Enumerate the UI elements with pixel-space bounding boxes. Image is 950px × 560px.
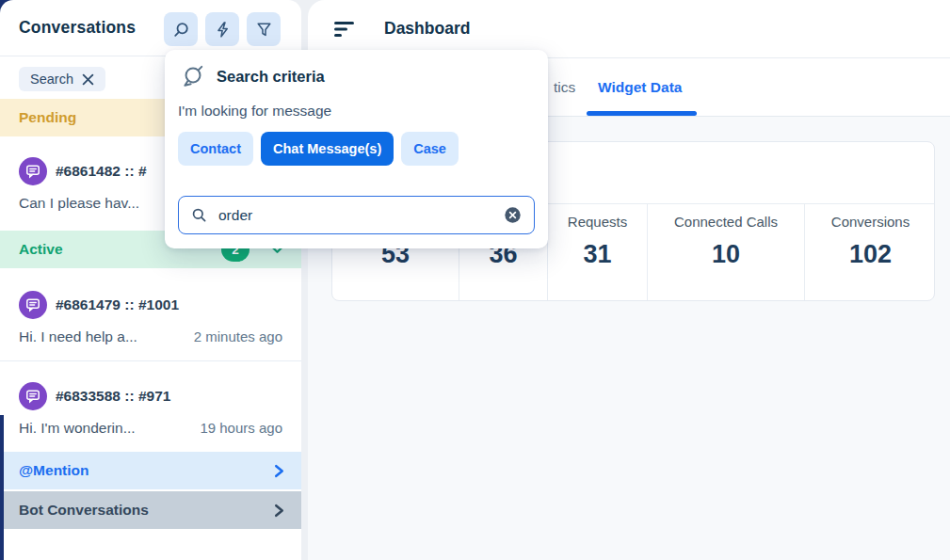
conversation-preview: Can I please hav... (19, 195, 139, 212)
filter-pill-contact[interactable]: Contact (178, 132, 253, 166)
stat-value: 102 (849, 240, 892, 269)
app-edge-accent (0, 415, 4, 560)
lightning-icon (214, 21, 232, 39)
popup-prompt: I'm looking for message (178, 103, 535, 120)
sort-lines-icon[interactable] (334, 20, 357, 42)
stat-card-conversions: Conversions 102 (804, 204, 935, 300)
stat-value: 10 (712, 240, 740, 269)
search-filter-chip[interactable]: Search (19, 67, 105, 91)
conversations-toolbar (164, 12, 281, 46)
search-icon (172, 21, 190, 39)
filter-conversations-button[interactable] (247, 12, 281, 46)
stat-label: Connected Calls (674, 214, 778, 234)
search-conversations-button[interactable] (164, 12, 198, 46)
stat-value: 31 (583, 240, 611, 269)
tab-widget-data[interactable]: Widget Data (598, 58, 682, 116)
search-icon (191, 207, 207, 223)
conversation-avatar (19, 157, 47, 185)
conversation-item[interactable]: #6861479 :: #1001 Hi. I need help a... 2… (0, 268, 301, 361)
chevron-right-icon (274, 464, 284, 478)
filter-icon (255, 21, 273, 39)
filter-pill-chat-messages[interactable]: Chat Message(s) (261, 132, 394, 166)
app-window: Conversations (0, 0, 950, 560)
conversation-id: #6861479 :: #1001 (56, 296, 179, 313)
conversation-item[interactable]: #6833588 :: #971 Hi. I'm wonderin... 19 … (0, 361, 301, 452)
section-pending-label: Pending (19, 109, 76, 126)
conversations-title: Conversations (19, 18, 136, 38)
section-active-label: Active (19, 241, 63, 258)
stat-label: Requests (568, 214, 627, 234)
conversations-header: Conversations (0, 0, 301, 56)
stat-card-connected-calls: Connected Calls 10 (647, 204, 804, 300)
sidebar-item-bot-conversations[interactable]: Bot Conversations (0, 491, 301, 529)
page-title: Dashboard (384, 19, 470, 39)
quick-actions-button[interactable] (205, 12, 239, 46)
filter-pill-case[interactable]: Case (401, 132, 459, 166)
mention-label: @Mention (19, 462, 89, 479)
conversation-time: 19 hours ago (200, 420, 282, 436)
sidebar-item-mention[interactable]: @Mention (0, 452, 301, 489)
popup-title: Search criteria (217, 68, 325, 86)
conversation-time: 2 minutes ago (194, 328, 282, 344)
search-type-filters: Contact Chat Message(s) Case (178, 132, 535, 166)
stat-card-requests: Requests 31 (547, 204, 647, 300)
search-bubble-icon (180, 64, 205, 89)
search-input[interactable] (218, 207, 492, 224)
tab-partial[interactable]: tics (554, 58, 575, 116)
conversation-id: #6833588 :: #971 (56, 388, 170, 405)
clear-search-icon[interactable] (504, 206, 522, 224)
chevron-right-icon (274, 504, 284, 518)
conversation-avatar (19, 382, 47, 410)
active-tab-underline (587, 111, 697, 116)
conversation-preview: Hi. I need help a... (19, 328, 137, 345)
close-icon[interactable] (82, 73, 94, 86)
search-input-wrapper (178, 196, 535, 234)
conversation-id: #6861482 :: # (56, 163, 147, 180)
chip-label: Search (30, 72, 73, 87)
conversation-preview: Hi. I'm wonderin... (19, 420, 136, 437)
search-criteria-popup: Search criteria I'm looking for message … (165, 50, 548, 248)
bot-conversations-label: Bot Conversations (19, 502, 149, 519)
conversation-avatar (19, 291, 47, 319)
stat-label: Conversions (831, 214, 910, 234)
